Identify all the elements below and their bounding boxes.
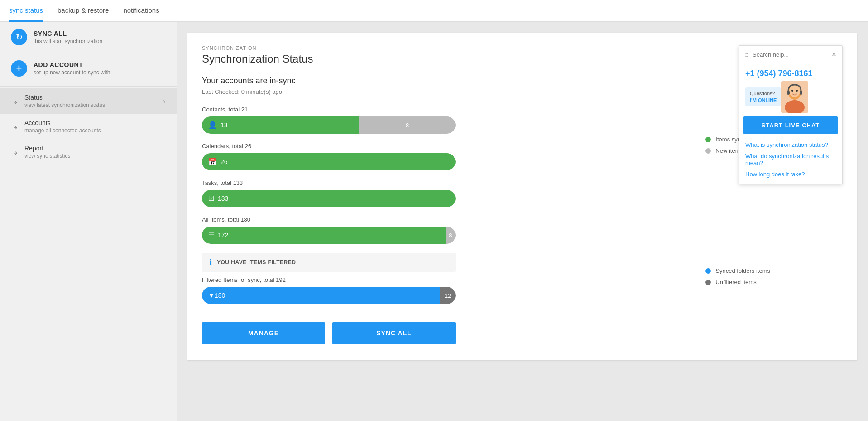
filtered-notice-text: YOU HAVE ITEMS FILTERED	[217, 259, 296, 266]
content-wrapper: SYNCHRONIZATION Synchronization Status Y…	[202, 45, 843, 344]
legend-unfiltered: Unfiltered items	[705, 279, 770, 286]
sync-all-title: SYNC ALL	[34, 30, 102, 37]
info-icon: ℹ	[209, 257, 212, 267]
legend-synced-folders-label: Synced folders items	[715, 267, 770, 274]
filtered-unfiltered-value: 12	[445, 292, 451, 299]
help-links: What is synchronization status? What do …	[739, 139, 842, 184]
tasks-icon: ☑	[208, 194, 214, 203]
contacts-synced-value: 13	[221, 121, 228, 129]
report-nav-title: Report	[24, 145, 70, 152]
accounts-nav-title: Accounts	[24, 119, 101, 126]
bottom-buttons: MANAGE SYNC ALL	[202, 322, 456, 344]
help-bubble: Questions? I'M ONLINE	[745, 87, 781, 107]
layout: ↻ SYNC ALL this will start synchronizati…	[0, 22, 868, 421]
tasks-synced-value: 133	[218, 195, 228, 202]
main-content: SYNCHRONIZATION Synchronization Status Y…	[177, 22, 868, 421]
search-input[interactable]	[753, 51, 831, 58]
filtered-bar: ▼ 180 12	[202, 287, 456, 304]
agent-avatar	[781, 81, 808, 113]
close-icon[interactable]: ✕	[831, 51, 837, 58]
help-search-area: ⌕ ✕	[739, 46, 842, 63]
sidebar-item-report[interactable]: ↳ Report view sync statistics	[0, 139, 177, 165]
all-items-synced-value: 172	[218, 232, 228, 239]
help-agent-area: Questions? I'M ONLINE	[739, 81, 842, 116]
top-nav: sync status backup & restore notificatio…	[0, 0, 868, 22]
help-phone[interactable]: +1 (954) 796-8161	[739, 63, 842, 81]
content-card: SYNCHRONIZATION Synchronization Status Y…	[187, 33, 857, 360]
sidebar-item-accounts[interactable]: ↳ Accounts manage all connected accounts	[0, 114, 177, 139]
tasks-synced-bar: ☑ 133	[202, 190, 456, 207]
dot-new	[705, 148, 711, 154]
arrow-icon-report: ↳	[12, 148, 18, 156]
add-account-subtitle: set up new account to sync with	[34, 69, 110, 76]
accounts-nav-text: Accounts manage all connected accounts	[24, 119, 101, 134]
filtered-synced-value: 180	[215, 292, 225, 299]
sidebar-divider	[0, 86, 177, 87]
dot-synced	[705, 137, 711, 142]
add-account-title: ADD ACCOUNT	[34, 61, 110, 68]
nav-notifications[interactable]: notifications	[123, 0, 159, 22]
sidebar-item-status[interactable]: ↳ Status view latest synchronization sta…	[0, 88, 177, 114]
status-nav-sub: view latest synchronization status	[24, 102, 105, 108]
legend-unfiltered-label: Unfiltered items	[715, 279, 756, 286]
svg-point-5	[796, 90, 798, 92]
help-link-0[interactable]: What is synchronization status?	[745, 141, 836, 148]
start-live-chat-button[interactable]: START LIVE CHAT	[743, 116, 838, 134]
filtered-legend-area: Synced folders items Unfiltered items	[705, 267, 770, 290]
sync-all-button[interactable]: ↻ SYNC ALL this will start synchronizati…	[0, 22, 177, 53]
accounts-nav-sub: manage all connected accounts	[24, 127, 101, 134]
sync-icon: ↻	[11, 29, 27, 45]
sync-all-main-button[interactable]: SYNC ALL	[332, 322, 456, 344]
status-nav-title: Status	[24, 94, 105, 101]
arrow-icon-status: ↳	[12, 97, 18, 106]
manage-button[interactable]: MANAGE	[202, 322, 325, 344]
sidebar: ↻ SYNC ALL this will start synchronizati…	[0, 22, 177, 421]
questions-label: Questions?	[750, 90, 777, 97]
all-items-estimated-value: 8	[449, 232, 452, 239]
nav-backup-restore[interactable]: backup & restore	[58, 0, 109, 22]
help-link-2[interactable]: How long does it take?	[745, 171, 836, 178]
sync-all-text: SYNC ALL this will start synchronization	[34, 30, 102, 44]
chevron-right-icon-status: ›	[163, 97, 166, 106]
add-account-text: ADD ACCOUNT set up new account to sync w…	[34, 61, 110, 76]
filtered-synced-bar: ▼ 180	[202, 287, 440, 304]
all-items-synced-bar: ☰ 172	[202, 227, 446, 244]
report-nav-text: Report view sync statistics	[24, 145, 70, 159]
sync-all-subtitle: this will start synchronization	[34, 38, 102, 44]
contacts-synced-bar: 👤 13	[202, 116, 359, 134]
all-items-label: All Items, total 180	[202, 216, 843, 223]
legend-synced-folders: Synced folders items	[705, 267, 770, 274]
help-panel: ⌕ ✕ +1 (954) 796-8161 Questions? I'M ONL…	[739, 45, 843, 184]
all-items-section: All Items, total 180 ☰ 172 8	[202, 216, 843, 244]
online-label: I'M ONLINE	[750, 97, 777, 104]
dot-dark-gray	[705, 280, 711, 285]
svg-rect-7	[800, 91, 802, 95]
nav-sync-status[interactable]: sync status	[9, 0, 43, 22]
calendars-synced-value: 26	[221, 158, 228, 165]
calendars-bar: 📅 26	[202, 153, 456, 170]
arrow-icon-accounts: ↳	[12, 122, 18, 131]
all-items-bar: ☰ 172 8	[202, 227, 456, 244]
filter-icon: ▼	[208, 292, 215, 299]
all-items-icon: ☰	[208, 231, 214, 239]
help-link-1[interactable]: What do synchronization results mean?	[745, 153, 836, 166]
status-nav-text: Status view latest synchronization statu…	[24, 94, 105, 108]
contacts-icon: 👤	[208, 121, 217, 129]
contacts-estimated-bar: 8	[359, 116, 456, 134]
filtered-notice: ℹ YOU HAVE ITEMS FILTERED	[202, 253, 456, 272]
report-nav-sub: view sync statistics	[24, 153, 70, 159]
tasks-bar: ☑ 133	[202, 190, 456, 207]
add-account-button[interactable]: + ADD ACCOUNT set up new account to sync…	[0, 53, 177, 84]
svg-rect-6	[787, 91, 790, 95]
contacts-estimated-value: 8	[406, 122, 409, 129]
search-icon: ⌕	[744, 50, 749, 58]
calendars-synced-bar: 📅 26	[202, 153, 456, 170]
all-items-estimated-bar: 8	[446, 227, 456, 244]
contacts-bar: 👤 13 8	[202, 116, 456, 134]
add-icon: +	[11, 60, 27, 77]
filtered-unfiltered-bar: 12	[440, 287, 456, 304]
dot-blue	[705, 268, 711, 274]
calendars-icon: 📅	[208, 158, 217, 166]
svg-point-4	[791, 90, 793, 92]
